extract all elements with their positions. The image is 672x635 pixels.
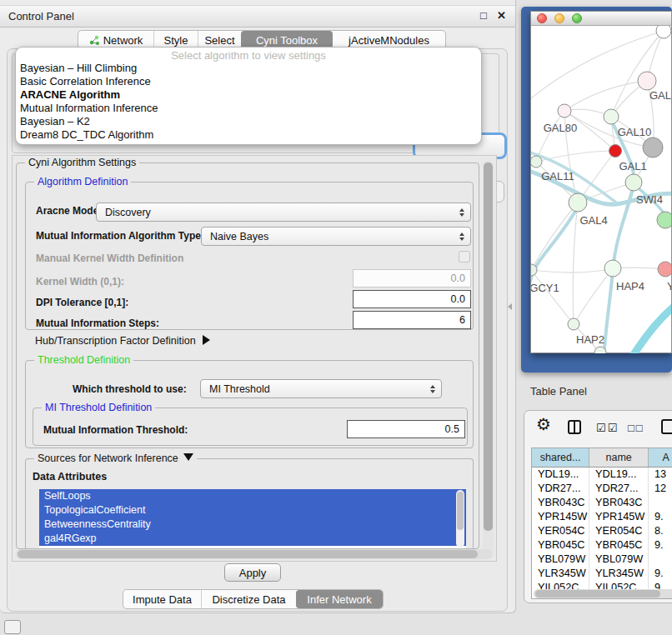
gear-icon[interactable]: ⚙ [536, 416, 551, 432]
attribute-item-selfloops[interactable]: SelfLoops [39, 489, 466, 503]
table-row[interactable]: YBL079WYBL079W [532, 552, 672, 567]
table-cell[interactable]: 9. [649, 581, 672, 589]
table-cell[interactable]: YBR043C [532, 496, 589, 510]
table-cell[interactable]: YDR27... [532, 482, 589, 496]
algorithm-option-bayesian-k2[interactable]: Bayesian – K2 [16, 115, 481, 128]
network-node[interactable] [638, 72, 656, 90]
column-header-shared-[interactable]: shared... [532, 448, 589, 467]
network-node[interactable] [531, 156, 542, 168]
tab-infer-network[interactable]: Infer Network [296, 590, 383, 608]
table-row[interactable]: YBR045CYBR045C9. [532, 538, 672, 552]
checked-boxes-icon[interactable]: ☑☑ [596, 422, 619, 434]
table-cell[interactable] [649, 496, 672, 510]
partial-function-icon[interactable] [661, 419, 672, 434]
network-node[interactable] [569, 193, 587, 212]
table-row[interactable]: YDR27...YDR27...12 [532, 482, 672, 496]
network-edge[interactable] [531, 268, 613, 272]
table-cell[interactable]: 12 [649, 482, 672, 496]
network-edge[interactable] [573, 202, 578, 324]
table-row[interactable]: YIL052CYIL052C9. [532, 581, 672, 589]
network-edge[interactable] [531, 270, 574, 324]
mi-steps-field[interactable]: 6 [353, 311, 471, 329]
table-cell[interactable]: YPR145W [532, 510, 589, 524]
network-edge-thick[interactable] [629, 301, 671, 353]
algorithm-option-aracne-algorithm[interactable]: ARACNE Algorithm [16, 88, 481, 102]
table-cell[interactable]: 8. [649, 524, 672, 538]
algorithm-option-dream8-dc-tdc-algorithm[interactable]: Dream8 DC_TDC Algorithm [16, 128, 481, 142]
kernel-width-field[interactable]: 0.0 [353, 269, 471, 288]
which-threshold-combo[interactable]: MI Threshold [200, 379, 442, 398]
table-cell[interactable]: YDL19... [589, 468, 649, 482]
table-row[interactable]: YBR043CYBR043C [532, 496, 672, 510]
aracne-mode-combo[interactable]: Discovery [96, 202, 471, 222]
network-edge[interactable] [536, 111, 564, 162]
mi-threshold-field[interactable]: 0.5 [347, 420, 465, 438]
unchecked-boxes-icon[interactable]: □□ [628, 422, 644, 434]
network-edge[interactable] [564, 81, 647, 111]
tab-impute-data[interactable]: Impute Data [123, 590, 201, 608]
table-cell[interactable]: YDL19... [532, 468, 589, 482]
table-cell[interactable]: YBR045C [589, 538, 649, 552]
network-edge[interactable] [531, 202, 578, 270]
column-header-a[interactable]: A [649, 448, 672, 467]
network-canvas[interactable]: GALGAL80GAL10GAL1GAL11SWI4GAL4GCY1HAP4YH… [531, 26, 671, 353]
minimize-traffic-light-icon[interactable] [554, 13, 564, 23]
table-cell[interactable] [649, 552, 672, 567]
table-row[interactable]: YDL19...YDL19...13 [532, 468, 672, 482]
table-cell[interactable]: 9. [649, 567, 672, 581]
column-header-name[interactable]: name [589, 448, 649, 467]
table-cell[interactable]: YPR145W [589, 510, 649, 524]
table-cell[interactable]: YIL052C [532, 581, 589, 589]
table-row[interactable]: YER054CYER054C8. [532, 524, 672, 538]
network-node[interactable] [625, 174, 642, 191]
network-node[interactable] [604, 109, 619, 124]
table-cell[interactable]: 9. [649, 538, 672, 552]
table-cell[interactable]: YER054C [532, 524, 589, 538]
attribute-item-topologicalcoefficient[interactable]: TopologicalCoefficient [39, 503, 466, 518]
table-cell[interactable]: YBL079W [589, 552, 649, 567]
table-cell[interactable]: YLR345W [532, 567, 589, 581]
network-node[interactable] [558, 104, 571, 118]
attribute-list-scrollbar[interactable] [456, 490, 464, 548]
mi-algorithm-type-combo[interactable]: Naive Bayes [201, 227, 471, 246]
table-cell[interactable]: YDR27... [589, 482, 649, 496]
network-node[interactable] [643, 138, 663, 158]
apply-button[interactable]: Apply [224, 563, 281, 582]
hub-definition-expander[interactable]: Hub/Transcription Factor Definition [35, 335, 210, 347]
network-node[interactable] [568, 318, 579, 330]
table-row[interactable]: YLR345WYLR345W9. [532, 567, 672, 581]
table-cell[interactable]: YIL052C [589, 581, 649, 589]
zoom-traffic-light-icon[interactable] [572, 13, 582, 23]
algorithm-option-bayesian-hill-climbing[interactable]: Bayesian – Hill Climbing [16, 62, 481, 75]
table-h-scrollbar[interactable] [534, 589, 672, 598]
network-edge[interactable] [611, 31, 664, 117]
table-cell[interactable]: 13 [649, 468, 672, 482]
table-cell[interactable]: YBR043C [589, 496, 649, 510]
close-window-icon[interactable]: ✕ [497, 9, 506, 22]
splitter-handle[interactable] [508, 303, 512, 310]
settings-scrollbar[interactable] [483, 161, 494, 552]
table-cell[interactable]: YLR345W [589, 567, 649, 581]
network-window-titlebar[interactable] [531, 12, 671, 26]
minimized-panel-button[interactable] [4, 620, 21, 634]
tab-discretize-data[interactable]: Discretize Data [201, 590, 296, 608]
network-node[interactable] [657, 212, 671, 228]
network-node[interactable] [656, 26, 671, 38]
table-cell[interactable]: YBL079W [532, 552, 589, 567]
column-view-icon[interactable] [568, 420, 581, 434]
manual-kernel-width-checkbox[interactable] [459, 251, 470, 262]
network-node[interactable] [604, 260, 621, 277]
sources-group-title[interactable]: Sources for Network Inference [34, 452, 197, 464]
algorithm-option-mutual-information-inference[interactable]: Mutual Information Inference [16, 102, 481, 115]
algorithm-option-basic-correlation-inference[interactable]: Basic Correlation Inference [16, 75, 481, 88]
attribute-item-betweennesscentrality[interactable]: BetweennessCentrality [39, 518, 466, 532]
table-cell[interactable]: YER054C [589, 524, 649, 538]
settings-h-scrollbar[interactable] [16, 549, 493, 559]
close-traffic-light-icon[interactable] [537, 13, 547, 23]
network-node[interactable] [658, 262, 671, 277]
table-cell[interactable]: 9. [649, 510, 672, 524]
network-edge[interactable] [531, 31, 664, 102]
attribute-item-gal4rgexp[interactable]: gal4RGexp [39, 532, 466, 546]
float-window-icon[interactable]: □ [480, 9, 487, 22]
table-cell[interactable]: YBR045C [532, 538, 589, 552]
